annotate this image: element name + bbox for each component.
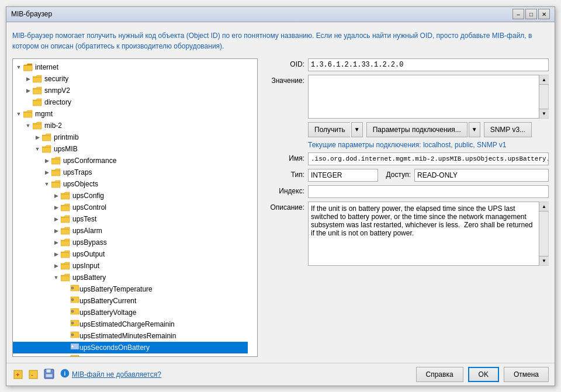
info-icon: i [60, 369, 70, 380]
label-internet: internet [35, 63, 58, 71]
label-upsBatteryTemperature: upsBatteryTemperature [79, 285, 153, 293]
tree-item-upsBatteryCurrent[interactable]: ▶ upsBatteryCurrent [13, 295, 248, 307]
svg-rect-12 [61, 206, 70, 211]
toggle-printmib[interactable]: ▶ [33, 134, 42, 140]
toggle-snmpV2[interactable]: ▶ [23, 88, 33, 93]
tree-item-upsObjects[interactable]: ▼ upsObjects [13, 178, 248, 190]
label-directory: directory [44, 98, 71, 106]
svg-rect-15 [61, 241, 70, 246]
mib-info-link[interactable]: MIB-файл не добавляется? [72, 370, 161, 379]
folder-icon-upsControl [61, 203, 71, 211]
save-mib-icon[interactable] [43, 367, 57, 381]
tree-item-snmpV2[interactable]: ▶ snmpV2 [13, 85, 248, 96]
tree-item-mib2[interactable]: ▼ mib-2 [13, 120, 248, 131]
name-label: Имя: [264, 152, 304, 162]
ok-button[interactable]: OK [468, 367, 499, 382]
svg-rect-0 [23, 65, 32, 71]
cancel-button[interactable]: Отмена [504, 367, 549, 382]
svg-rect-7 [42, 147, 51, 152]
toggle-internet[interactable]: ▼ [14, 64, 23, 70]
tree-item-upsBatteryVoltage[interactable]: ▶ upsBatteryVoltage [13, 307, 248, 318]
name-row: Имя: .iso.org.dod.internet.mgmt.mib-2.up… [264, 152, 549, 165]
tree-item-upsInput[interactable]: ▶ upsInput [13, 260, 248, 272]
desc-textarea[interactable] [308, 202, 539, 266]
mib-info-container: i MIB-файл не добавляется? [60, 369, 161, 380]
folder-icon-printmib [42, 133, 53, 141]
toggle-upsObjects[interactable]: ▼ [42, 181, 51, 187]
tree-panel[interactable]: ▼ internet ▶ security ▶ [12, 58, 258, 357]
maximize-button[interactable]: □ [525, 9, 537, 19]
toggle-mib2[interactable]: ▼ [23, 123, 33, 129]
tree-item-upsControl[interactable]: ▶ upsControl [13, 202, 248, 213]
help-button[interactable]: Справка [416, 367, 463, 382]
toggle-upsControl[interactable]: ▶ [51, 204, 61, 210]
label-printmib: printmib [54, 133, 79, 141]
connect-dropdown-button[interactable]: ▼ [469, 122, 480, 137]
toggle-upsAlarm[interactable]: ▶ [51, 228, 61, 234]
toggle-upsConfig[interactable]: ▶ [51, 193, 61, 199]
desc-scroll-up[interactable]: ▲ [539, 202, 549, 211]
index-row: Индекс: [264, 185, 549, 198]
minimize-button[interactable]: – [512, 9, 524, 19]
value-scroll-up[interactable]: ▲ [539, 75, 549, 85]
bottom-bar: + - [6, 363, 555, 386]
svg-text:+: + [16, 371, 19, 378]
toggle-mgmt[interactable]: ▼ [14, 111, 23, 117]
toggle-upsTraps[interactable]: ▶ [42, 169, 51, 175]
value-scroll-down[interactable]: ▼ [539, 109, 549, 118]
snmp-button[interactable]: SNMP v3... [484, 122, 532, 137]
index-input[interactable] [308, 185, 549, 198]
oid-label: OID: [264, 58, 304, 68]
type-input[interactable] [308, 169, 378, 182]
toggle-upsOutput[interactable]: ▶ [51, 251, 61, 257]
tree-item-upsAlarm[interactable]: ▶ upsAlarm [13, 225, 248, 237]
tree-item-upsTraps[interactable]: ▶ upsTraps [13, 166, 248, 178]
label-upsBatteryCurrent: upsBatteryCurrent [79, 297, 136, 305]
add-mib-icon[interactable]: + [12, 367, 26, 381]
get-button[interactable]: Получить [308, 122, 350, 137]
tree-item-internet[interactable]: ▼ internet [13, 61, 248, 73]
label-upsEstimatedMinutesRemaining: upsEstimatedMinutesRemainin [79, 332, 176, 340]
type-access-row: Тип: Доступ: [264, 169, 549, 182]
leaf-icon-upsEstimatedChargeRemaining [70, 319, 79, 329]
get-dropdown-button[interactable]: ▼ [351, 122, 363, 137]
tree-item-upsEstimatedMinutesRemaining[interactable]: ▶ upsEstimatedMinutesRemainin [13, 330, 248, 342]
tree-item-security[interactable]: ▶ security [13, 73, 248, 85]
desc-scroll-down[interactable]: ▼ [539, 256, 549, 265]
tree-item-upsBatteryStatus[interactable]: ▶ upsBatteryStatus [13, 353, 248, 357]
main-area: ▼ internet ▶ security ▶ [12, 58, 549, 357]
tree-item-upsBypass[interactable]: ▶ upsBypass [13, 237, 248, 248]
value-textarea[interactable] [308, 75, 539, 119]
tree-item-upsConformance[interactable]: ▶ upsConformance [13, 155, 248, 166]
tree-item-upsOutput[interactable]: ▶ upsOutput [13, 248, 248, 260]
toggle-upsInput[interactable]: ▶ [51, 263, 61, 269]
desc-row: Описание: ▲ ▼ [264, 202, 549, 357]
remove-mib-icon[interactable]: - [27, 367, 41, 381]
svg-point-30 [71, 345, 74, 348]
window-title: MIB-браузер [11, 10, 52, 18]
tree-item-printmib[interactable]: ▶ printmib [13, 131, 248, 143]
toggle-upsConformance[interactable]: ▶ [42, 158, 51, 164]
tree-item-mgmt[interactable]: ▼ mgmt [13, 108, 248, 120]
access-label: Доступ: [382, 169, 411, 179]
tree-item-upsEstimatedChargeRemaining[interactable]: ▶ upsEstimatedChargeRemainin [13, 318, 248, 330]
tree-item-upsSecondsOnBattery[interactable]: ▶ upsSecondsOnBattery [13, 342, 248, 353]
tree-item-upsBatteryTemperature[interactable]: ▶ upsBatteryTemperature [13, 283, 248, 295]
svg-point-28 [71, 334, 74, 336]
connect-button[interactable]: Параметры подключения... [366, 122, 468, 137]
toggle-upsMIB[interactable]: ▼ [33, 146, 42, 152]
toggle-upsTest[interactable]: ▶ [51, 216, 61, 222]
tree-item-directory[interactable]: ▶ directory [13, 96, 248, 108]
tree-item-upsBattery[interactable]: ▼ upsBattery [13, 272, 248, 283]
toggle-upsBattery[interactable]: ▼ [51, 275, 61, 280]
button-row: Получить ▼ Параметры подключения... ▼ SN… [308, 122, 549, 137]
tree-item-upsMIB[interactable]: ▼ upsMIB [13, 143, 248, 155]
oid-input[interactable] [308, 58, 549, 71]
label-upsEstimatedChargeRemaining: upsEstimatedChargeRemainin [79, 320, 175, 328]
toggle-security[interactable]: ▶ [23, 76, 33, 82]
tree-item-upsConfig[interactable]: ▶ upsConfig [13, 190, 248, 202]
close-button[interactable]: ✕ [538, 9, 550, 19]
access-input[interactable] [414, 169, 549, 182]
tree-item-upsTest[interactable]: ▶ upsTest [13, 213, 248, 225]
toggle-upsBypass[interactable]: ▶ [51, 240, 61, 245]
